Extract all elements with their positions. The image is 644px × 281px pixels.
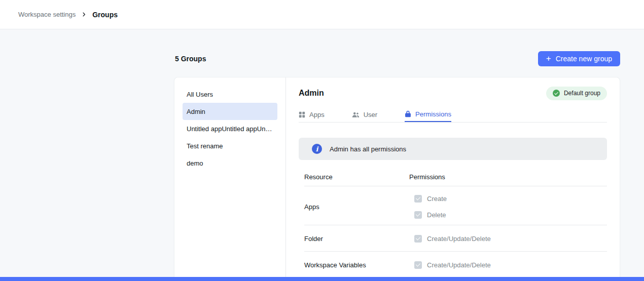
group-item-label: Admin [187,108,205,115]
permission-option-delete: Delete [414,209,447,220]
default-group-badge-label: Default group [564,90,600,97]
folder-cud-checkbox[interactable] [414,235,422,243]
default-group-badge: Default group [546,87,607,100]
resource-label: Apps [304,203,409,211]
group-item-label: All Users [187,91,213,98]
plus-icon: + [546,54,551,63]
groups-page: 5 Groups + Create new group All Users Ad… [174,51,620,281]
group-item-label: Test rename [187,142,223,150]
tab-apps[interactable]: Apps [299,107,325,122]
column-header-permissions: Permissions [409,173,445,181]
group-item-all-users[interactable]: All Users [183,86,277,103]
tab-user-label: User [364,111,377,118]
permission-option-folder-cud: Create/Update/Delete [414,233,491,244]
permissions-info-text: Admin has all permissions [330,145,406,153]
breadcrumb-current-groups: Groups [92,11,118,19]
permission-label: Create [427,195,447,203]
group-detail-panel: Admin Default group Apps [286,77,620,281]
column-header-resource: Resource [304,173,409,181]
permissions-cell: Create/Update/Delete [409,259,491,270]
group-detail-tabs: Apps User Permissions [299,107,607,123]
groups-list: All Users Admin Untitled appUntitled app… [174,77,286,281]
lock-icon [405,110,411,117]
tab-permissions[interactable]: Permissions [405,107,451,122]
create-new-group-label: Create new group [556,55,612,63]
breadcrumb-workspace-settings[interactable]: Workspace settings [18,11,76,18]
group-item-label: Untitled appUntitled appUntitle… [187,125,273,133]
group-item-untitled-app[interactable]: Untitled appUntitled appUntitle… [183,120,277,137]
table-row-folder: Folder Create/Update/Delete [304,225,607,252]
group-detail-header: Admin Default group [299,86,607,101]
create-new-group-button[interactable]: + Create new group [538,51,620,66]
permissions-table: Resource Permissions Apps Create [299,168,607,278]
apps-grid-icon [299,111,305,118]
permission-option-create: Create [414,193,447,204]
workspace-vars-cud-checkbox[interactable] [414,261,422,269]
resource-label: Folder [304,235,409,243]
check-circle-icon [553,90,560,97]
tab-user[interactable]: User [352,107,377,122]
create-checkbox[interactable] [414,195,422,203]
group-item-admin[interactable]: Admin [183,103,277,120]
permissions-cell: Create/Update/Delete [409,233,491,244]
top-bar: Workspace settings Groups [0,0,644,29]
groups-count-label: 5 Groups [174,55,206,63]
tab-permissions-label: Permissions [415,110,451,118]
table-row-workspace-variables: Workspace Variables Create/Update/Delete [304,252,607,278]
permissions-info-banner: Admin has all permissions [299,138,607,160]
app-root: Workspace settings Groups 5 Groups + Cre… [0,0,644,281]
permission-label: Create/Update/Delete [427,235,491,243]
permission-label: Delete [427,211,446,219]
info-icon [312,144,322,154]
permissions-table-header: Resource Permissions [304,168,607,186]
permission-option-workspace-vars-cud: Create/Update/Delete [414,259,491,270]
bottom-accent-bar [0,277,644,281]
groups-card: All Users Admin Untitled appUntitled app… [174,77,620,281]
tab-apps-label: Apps [309,111,325,118]
delete-checkbox[interactable] [414,211,422,219]
group-item-label: demo [187,159,203,167]
chevron-right-icon [81,12,87,17]
permission-label: Create/Update/Delete [427,261,491,269]
group-item-demo[interactable]: demo [183,154,277,172]
group-title: Admin [299,89,324,98]
permissions-cell: Create Delete [409,193,447,220]
table-row-apps: Apps Create Delete [304,186,607,225]
resource-label: Workspace Variables [304,261,409,269]
groups-toolbar: 5 Groups + Create new group [174,51,620,66]
group-item-test-rename[interactable]: Test rename [183,137,277,154]
users-icon [352,111,360,118]
